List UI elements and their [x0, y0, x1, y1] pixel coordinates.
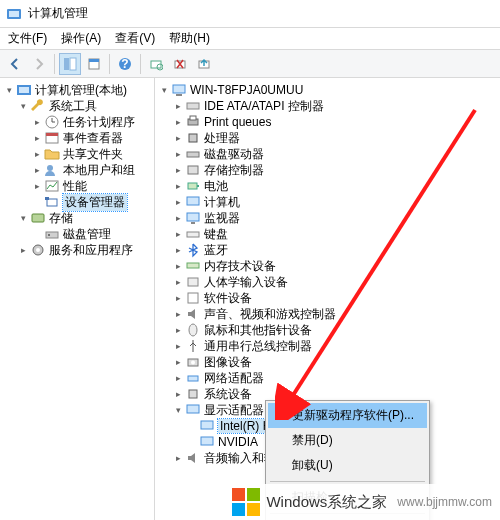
- device-disk-drives[interactable]: ▸磁盘驱动器: [173, 146, 498, 162]
- expand-icon[interactable]: ▸: [173, 149, 183, 159]
- device-mice[interactable]: ▸鼠标和其他指针设备: [173, 322, 498, 338]
- expand-icon[interactable]: ▸: [173, 245, 183, 255]
- nav-back-button[interactable]: [4, 53, 26, 75]
- tree-label: 系统工具: [49, 98, 97, 115]
- expand-icon[interactable]: ▸: [173, 181, 183, 191]
- device-imaging[interactable]: ▸图像设备: [173, 354, 498, 370]
- device-processors[interactable]: ▸处理器: [173, 130, 498, 146]
- tree-device-manager[interactable]: 设备管理器: [32, 194, 152, 210]
- expand-icon[interactable]: ▸: [173, 165, 183, 175]
- svg-rect-16: [46, 133, 58, 136]
- ide-icon: [185, 98, 201, 114]
- collapse-icon[interactable]: ▾: [18, 213, 28, 223]
- expand-icon[interactable]: ▸: [173, 197, 183, 207]
- tree-label: 事件查看器: [63, 130, 123, 147]
- tree-system-tools[interactable]: ▾ 系统工具: [18, 98, 152, 114]
- ctx-update-driver[interactable]: 更新驱动程序软件(P)...: [268, 403, 427, 428]
- expand-icon[interactable]: ▸: [173, 357, 183, 367]
- properties-button[interactable]: [83, 53, 105, 75]
- expand-icon[interactable]: ▸: [173, 101, 183, 111]
- device-storage-controllers[interactable]: ▸存储控制器: [173, 162, 498, 178]
- device-network[interactable]: ▸网络适配器: [173, 370, 498, 386]
- device-ide[interactable]: ▸IDE ATA/ATAPI 控制器: [173, 98, 498, 114]
- device-software[interactable]: ▸软件设备: [173, 290, 498, 306]
- device-tree[interactable]: ▾ WIN-T8FPJA0UMUU ▸IDE ATA/ATAPI 控制器 ▸Pr…: [155, 78, 500, 520]
- expand-icon[interactable]: ▸: [173, 309, 183, 319]
- expand-icon[interactable]: ▸: [173, 373, 183, 383]
- expand-icon[interactable]: ▸: [32, 133, 42, 143]
- svg-rect-41: [188, 278, 198, 286]
- collapse-icon[interactable]: ▾: [159, 85, 169, 95]
- svg-rect-46: [188, 376, 198, 381]
- camera-icon: [185, 354, 201, 370]
- scan-hardware-button[interactable]: [145, 53, 167, 75]
- tree-root[interactable]: ▾ 计算机管理(本地): [4, 82, 152, 98]
- tree-label: 共享文件夹: [63, 146, 123, 163]
- tree-disk-management[interactable]: 磁盘管理: [32, 226, 152, 242]
- blank-expand: [32, 229, 42, 239]
- svg-point-43: [189, 324, 197, 336]
- svg-rect-3: [70, 58, 76, 70]
- watermark: Windows系统之家 www.bjjmmw.com: [224, 484, 500, 520]
- device-print-queues[interactable]: ▸Print queues: [173, 114, 498, 130]
- ctx-disable[interactable]: 禁用(D): [268, 428, 427, 453]
- menu-help[interactable]: 帮助(H): [163, 28, 216, 49]
- expand-icon[interactable]: ▸: [173, 117, 183, 127]
- tree-task-scheduler[interactable]: ▸任务计划程序: [32, 114, 152, 130]
- device-label: 存储控制器: [204, 162, 264, 179]
- update-driver-button[interactable]: [193, 53, 215, 75]
- device-sound[interactable]: ▸声音、视频和游戏控制器: [173, 306, 498, 322]
- tree-event-viewer[interactable]: ▸事件查看器: [32, 130, 152, 146]
- device-label: 网络适配器: [204, 370, 264, 387]
- expand-icon[interactable]: ▸: [32, 181, 42, 191]
- device-host[interactable]: ▾ WIN-T8FPJA0UMUU: [159, 82, 498, 98]
- expand-icon[interactable]: ▸: [173, 389, 183, 399]
- title-bar: 计算机管理: [0, 0, 500, 28]
- expand-icon[interactable]: ▸: [173, 277, 183, 287]
- device-bluetooth[interactable]: ▸蓝牙: [173, 242, 498, 258]
- svg-rect-53: [247, 488, 260, 501]
- expand-icon[interactable]: ▸: [173, 325, 183, 335]
- expand-icon[interactable]: ▸: [173, 229, 183, 239]
- collapse-icon[interactable]: ▾: [4, 85, 14, 95]
- device-hid[interactable]: ▸人体学输入设备: [173, 274, 498, 290]
- device-batteries[interactable]: ▸电池: [173, 178, 498, 194]
- menu-file[interactable]: 文件(F): [2, 28, 53, 49]
- uninstall-button[interactable]: [169, 53, 191, 75]
- expand-icon[interactable]: ▸: [32, 149, 42, 159]
- expand-icon[interactable]: ▸: [173, 341, 183, 351]
- device-memory-tech[interactable]: ▸内存技术设备: [173, 258, 498, 274]
- console-tree[interactable]: ▾ 计算机管理(本地) ▾ 系统工具 ▸任务计划程序 ▸事件查看器: [0, 78, 155, 520]
- expand-icon[interactable]: ▸: [32, 165, 42, 175]
- tree-storage[interactable]: ▾ 存储: [18, 210, 152, 226]
- tree-label: 存储: [49, 210, 73, 227]
- expand-icon[interactable]: ▸: [173, 133, 183, 143]
- expand-icon[interactable]: ▸: [32, 117, 42, 127]
- help-button[interactable]: ?: [114, 53, 136, 75]
- device-keyboards[interactable]: ▸键盘: [173, 226, 498, 242]
- show-tree-button[interactable]: [59, 53, 81, 75]
- expand-icon[interactable]: ▸: [173, 261, 183, 271]
- device-computer[interactable]: ▸计算机: [173, 194, 498, 210]
- expand-icon[interactable]: ▸: [173, 213, 183, 223]
- expand-icon[interactable]: ▸: [173, 453, 183, 463]
- toolbar-separator: [109, 54, 110, 74]
- tree-local-users[interactable]: ▸本地用户和组: [32, 162, 152, 178]
- tree-services-apps[interactable]: ▸服务和应用程序: [18, 242, 152, 258]
- device-monitors[interactable]: ▸监视器: [173, 210, 498, 226]
- ctx-uninstall[interactable]: 卸载(U): [268, 453, 427, 478]
- menu-action[interactable]: 操作(A): [55, 28, 107, 49]
- menu-view[interactable]: 查看(V): [109, 28, 161, 49]
- svg-rect-30: [190, 116, 196, 120]
- toolbar-separator: [140, 54, 141, 74]
- device-label: 内存技术设备: [204, 258, 276, 275]
- expand-icon[interactable]: ▸: [18, 245, 28, 255]
- tree-root-label: 计算机管理(本地): [35, 82, 127, 99]
- expand-icon[interactable]: ▸: [173, 293, 183, 303]
- nav-forward-button[interactable]: [28, 53, 50, 75]
- collapse-icon[interactable]: ▾: [18, 101, 28, 111]
- tree-performance[interactable]: ▸性能: [32, 178, 152, 194]
- device-usb[interactable]: ▸通用串行总线控制器: [173, 338, 498, 354]
- collapse-icon[interactable]: ▾: [173, 405, 183, 415]
- tree-shared-folders[interactable]: ▸共享文件夹: [32, 146, 152, 162]
